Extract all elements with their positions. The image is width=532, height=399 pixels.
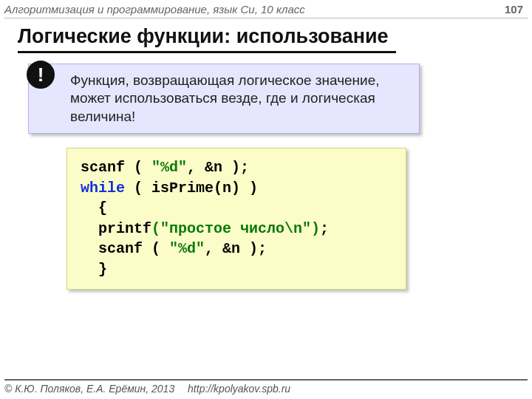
code-block: scanf ( "%d", &n ); while ( isPrime(n) )…	[66, 148, 406, 290]
code-l2a: while	[81, 180, 125, 197]
code-l3: {	[81, 200, 107, 216]
code-l2b: ( isPrime(n) )	[125, 180, 258, 197]
code-l4a: printf	[81, 220, 151, 237]
exclamation-icon: !	[27, 61, 55, 89]
code-l6: }	[81, 261, 107, 278]
code-l1b: "%d"	[151, 159, 187, 176]
slide: Алгоритмизация и программирование, язык …	[0, 0, 532, 399]
info-callout: Функция, возвращающая логическое значени…	[28, 64, 420, 134]
code-l5c: , &n );	[205, 240, 267, 257]
header-divider	[4, 18, 528, 18]
page-title: Логические функции: использование	[18, 25, 396, 53]
code-l4b: ("простое число\n")	[151, 220, 320, 237]
copyright-text: © К.Ю. Поляков, Е.А. Ерёмин, 2013	[4, 383, 174, 395]
code-l1c: , &n );	[187, 159, 249, 176]
footer-url: http://kpolyakov.spb.ru	[188, 383, 290, 395]
course-subject: Алгоритмизация и программирование, язык …	[4, 3, 528, 17]
code-l1a: scanf (	[81, 159, 151, 176]
code-l4c: ;	[320, 220, 329, 237]
code-l5a: scanf (	[81, 240, 169, 257]
page-number: 107	[505, 3, 523, 16]
info-text: Функция, возвращающая логическое значени…	[70, 72, 380, 124]
code-l5b: "%d"	[169, 240, 205, 257]
footer: © К.Ю. Поляков, Е.А. Ерёмин, 2013 http:/…	[4, 379, 528, 395]
